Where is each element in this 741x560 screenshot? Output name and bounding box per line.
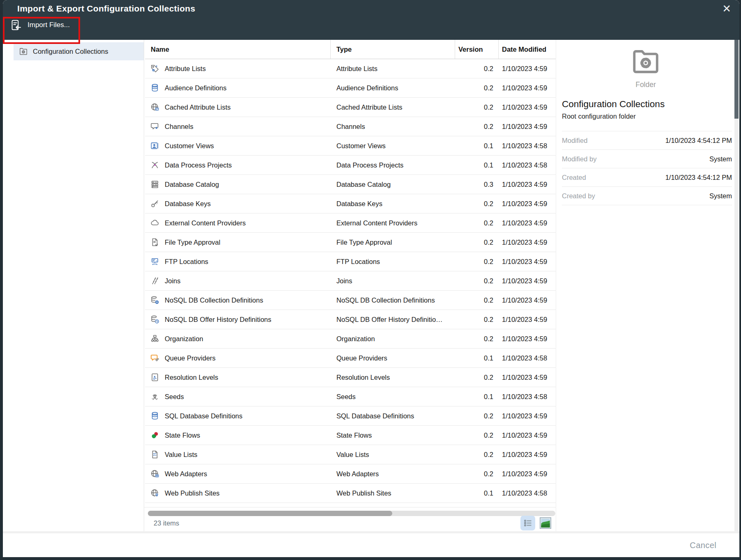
table-row[interactable]: JoinsJoins0.21/10/2023 4:59 <box>145 271 559 291</box>
cancel-button[interactable]: Cancel <box>690 541 716 550</box>
tag-icon <box>150 64 159 73</box>
row-name: SQL Database Definitions <box>165 412 242 420</box>
table-row[interactable]: SeedsSeeds0.11/10/2023 4:58 <box>145 387 559 406</box>
row-date-modified: 1/10/2023 4:59 <box>499 329 556 348</box>
table-row[interactable]: Resolution LevelsResolution Levels0.21/1… <box>145 368 559 387</box>
table-row[interactable]: Customer ViewsCustomer Views0.11/10/2023… <box>145 136 559 156</box>
row-name: Seeds <box>165 393 184 401</box>
row-type: Queue Providers <box>331 349 455 367</box>
row-version: 0.2 <box>455 271 499 290</box>
field-value: System <box>709 192 732 200</box>
column-header-date-modified[interactable]: Date Modified <box>499 40 556 59</box>
table-row[interactable]: Cached Attribute ListsCached Attribute L… <box>145 98 559 117</box>
table-row[interactable]: Web AdaptersWeb Adapters0.21/10/2023 4:5… <box>145 464 559 484</box>
import-files-button[interactable]: Import Files... <box>9 19 70 31</box>
row-version: 0.1 <box>455 484 499 503</box>
row-date-modified: 1/10/2023 4:58 <box>499 387 556 406</box>
row-type: NoSQL DB Offer History Definitio… <box>331 310 455 329</box>
row-date-modified: 1/10/2023 4:59 <box>499 175 556 194</box>
row-name: Joins <box>165 277 181 285</box>
row-type: Attribute Lists <box>331 59 455 78</box>
row-date-modified: 1/10/2023 4:58 <box>499 349 556 367</box>
field-label: Modified by <box>562 155 596 163</box>
row-type: External Content Providers <box>331 213 455 232</box>
sidebar-item-configuration-collections[interactable]: Configuration Collections <box>14 42 144 60</box>
row-name: Cached Attribute Lists <box>165 103 231 111</box>
row-version: 0.1 <box>455 136 499 155</box>
table-row[interactable]: Database CatalogDatabase Catalog0.31/10/… <box>145 175 559 194</box>
row-date-modified: 1/10/2023 4:59 <box>499 98 556 117</box>
row-version: 0.2 <box>455 310 499 329</box>
globe-panel-icon <box>150 469 159 478</box>
field-row-modified: Modified 1/10/2023 4:54:12 PM <box>562 131 732 149</box>
column-header-version[interactable]: Version <box>455 40 499 59</box>
row-version: 0.1 <box>455 349 499 367</box>
details-panel: Folder Configuration Collections Root co… <box>556 40 735 531</box>
image-view-button[interactable] <box>539 516 552 530</box>
person-signal-icon <box>150 392 159 401</box>
table-row[interactable]: File Type ApprovalFile Type Approval0.21… <box>145 233 559 252</box>
table-row[interactable]: State FlowsState Flows0.21/10/2023 4:59 <box>145 426 559 445</box>
item-kind-label: Folder <box>556 80 735 89</box>
row-type: Web Publish Sites <box>331 484 455 503</box>
vertical-scrollbar-thumb[interactable] <box>734 40 739 119</box>
row-type: NoSQL DB Collection Definitions <box>331 291 455 310</box>
table-row[interactable]: NoSQL DB Offer History DefinitionsNoSQL … <box>145 310 559 329</box>
details-subtitle: Root configuration folder <box>562 112 735 120</box>
column-header-type[interactable]: Type <box>331 40 455 59</box>
row-date-modified: 1/10/2023 4:59 <box>499 117 556 136</box>
row-version: 0.2 <box>455 59 499 78</box>
row-date-modified: 1/10/2023 4:58 <box>499 484 556 503</box>
close-icon[interactable]: ✕ <box>722 2 731 15</box>
cloud-icon <box>150 218 159 227</box>
field-label: Created <box>562 174 586 181</box>
image-view-icon <box>539 517 552 529</box>
field-row-created-by: Created by System <box>562 186 732 205</box>
table-row[interactable]: SQL Database DefinitionsSQL Database Def… <box>145 406 559 426</box>
table-row[interactable]: External Content ProvidersExternal Conte… <box>145 213 559 233</box>
shapes-document-icon <box>150 373 159 382</box>
row-date-modified: 1/10/2023 4:59 <box>499 426 556 445</box>
folder-tree-sidebar: Configuration Collections <box>3 40 144 531</box>
row-name: Value Lists <box>165 451 198 459</box>
details-title: Configuration Collections <box>562 99 735 110</box>
globe-pin-icon <box>150 489 159 498</box>
table-row[interactable]: Web Publish SitesWeb Publish Sites0.11/1… <box>145 484 559 503</box>
row-type: Organization <box>331 329 455 348</box>
import-export-dialog: Import & Export Configuration Collection… <box>3 0 739 557</box>
row-date-modified: 1/10/2023 4:59 <box>499 445 556 464</box>
row-name: Organization <box>165 335 203 343</box>
table-row[interactable]: Database KeysDatabase Keys0.21/10/2023 4… <box>145 194 559 213</box>
list-view-icon <box>523 518 533 528</box>
row-type: Web Adapters <box>331 464 455 483</box>
row-version: 0.2 <box>455 98 499 117</box>
column-header-name[interactable]: Name <box>145 40 331 59</box>
vertical-scrollbar[interactable] <box>734 40 739 531</box>
screen: Import & Export Configuration Collection… <box>0 0 741 560</box>
database-blue-icon <box>150 411 159 420</box>
field-value: 1/10/2023 4:54:12 PM <box>665 137 732 145</box>
row-type: Database Catalog <box>331 175 455 194</box>
row-name: State Flows <box>165 431 200 439</box>
row-type: Customer Views <box>331 136 455 155</box>
table-row[interactable]: Queue ProvidersQueue Providers0.11/10/20… <box>145 349 559 368</box>
row-type: Resolution Levels <box>331 368 455 387</box>
table-row[interactable]: Data Process ProjectsData Process Projec… <box>145 156 559 175</box>
list-view-button[interactable] <box>520 516 535 530</box>
view-toggles <box>520 516 552 530</box>
table-header-row: Name Type Version Date Modified <box>145 40 559 59</box>
table-row[interactable]: Audience DefinitionsAudience Definitions… <box>145 78 559 98</box>
folder-gear-icon <box>556 46 735 78</box>
table-row[interactable]: Attribute ListsAttribute Lists0.21/10/20… <box>145 59 559 78</box>
row-name: Web Adapters <box>165 470 207 478</box>
table-row[interactable]: ChannelsChannels0.21/10/2023 4:59 <box>145 117 559 136</box>
table-row[interactable]: OrganizationOrganization0.21/10/2023 4:5… <box>145 329 559 349</box>
table-row[interactable]: Value ListsValue Lists0.21/10/2023 4:59 <box>145 445 559 464</box>
table-row[interactable]: FTP LocationsFTP Locations0.21/10/2023 4… <box>145 252 559 271</box>
row-name: Queue Providers <box>165 354 216 362</box>
table-row[interactable]: NoSQL DB Collection DefinitionsNoSQL DB … <box>145 291 559 310</box>
row-date-modified: 1/10/2023 4:59 <box>499 213 556 232</box>
globe-card-icon <box>150 103 159 112</box>
server-network-icon <box>150 257 159 266</box>
row-version: 0.2 <box>455 329 499 348</box>
